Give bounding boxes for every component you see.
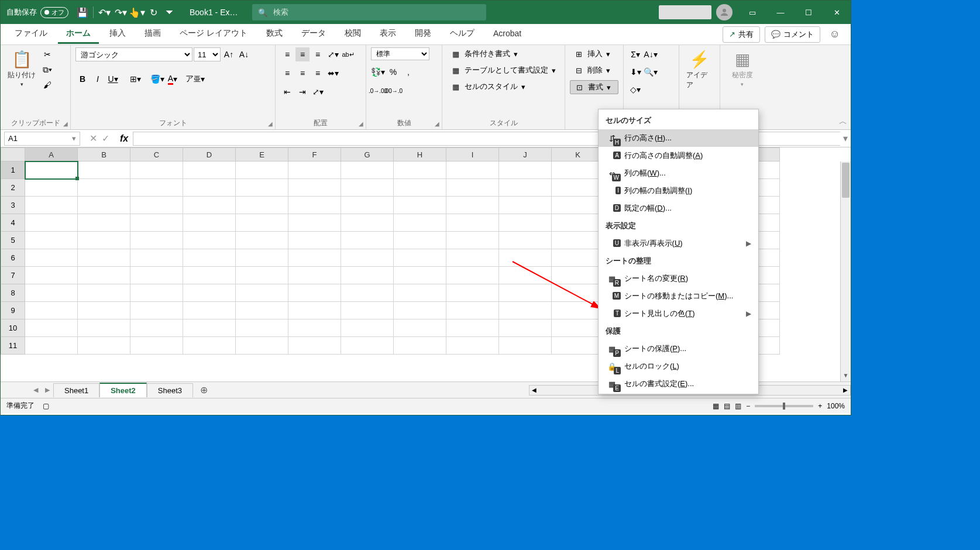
cell[interactable]: [499, 232, 552, 249]
cell[interactable]: [183, 214, 236, 232]
cell[interactable]: [394, 197, 446, 214]
avatar-icon[interactable]: [716, 4, 733, 20]
cell[interactable]: [130, 302, 183, 319]
hscroll-right-icon[interactable]: ▶: [841, 387, 850, 393]
sheet-tab[interactable]: Sheet2: [99, 383, 147, 397]
cell[interactable]: [446, 214, 499, 232]
fb-cancel-icon[interactable]: ✕: [90, 133, 97, 144]
menu-default-width[interactable]: D 既定の幅(D)...: [599, 200, 758, 217]
col-header[interactable]: H: [394, 147, 446, 161]
phonetic-icon[interactable]: ア亜▾: [188, 72, 202, 86]
col-header[interactable]: K: [552, 147, 604, 161]
cell[interactable]: [446, 302, 499, 319]
cell[interactable]: [341, 319, 394, 337]
cell[interactable]: [183, 302, 236, 319]
cell[interactable]: [499, 249, 552, 267]
ribbon-mode-icon[interactable]: ▭: [738, 1, 766, 24]
cell[interactable]: [341, 267, 394, 284]
cell[interactable]: [78, 337, 130, 355]
border-icon[interactable]: ⊞▾: [128, 72, 142, 86]
col-header[interactable]: G: [341, 147, 394, 161]
font-expand-icon[interactable]: ◢: [268, 121, 273, 127]
cell[interactable]: [288, 337, 341, 355]
maximize-button[interactable]: ☐: [795, 1, 823, 24]
sheet-tab[interactable]: Sheet3: [147, 383, 193, 397]
feedback-icon[interactable]: ☺: [825, 28, 845, 40]
cell[interactable]: [394, 284, 446, 302]
cell[interactable]: [130, 249, 183, 267]
macro-record-icon[interactable]: ▢: [43, 402, 49, 410]
zoom-in-icon[interactable]: +: [818, 402, 822, 410]
tab-view[interactable]: 表示: [372, 25, 404, 44]
format-painter-icon[interactable]: 🖌: [40, 78, 54, 92]
cell[interactable]: [552, 337, 604, 355]
tab-file[interactable]: ファイル: [6, 25, 56, 44]
cell[interactable]: [25, 161, 78, 179]
cell[interactable]: [25, 319, 78, 337]
row-header[interactable]: 2: [1, 179, 25, 197]
cell[interactable]: [341, 161, 394, 179]
find-icon[interactable]: 🔍▾: [644, 65, 658, 79]
cell[interactable]: [394, 214, 446, 232]
clear-icon[interactable]: ◇▾: [628, 82, 642, 97]
orientation-icon[interactable]: ⤢▾: [326, 47, 340, 61]
refresh-icon[interactable]: ↻: [145, 4, 161, 20]
cell[interactable]: [499, 302, 552, 319]
cell[interactable]: [236, 267, 288, 284]
col-header[interactable]: I: [446, 147, 499, 161]
cell[interactable]: [130, 337, 183, 355]
percent-icon[interactable]: %: [386, 65, 400, 79]
row-header[interactable]: 4: [1, 214, 25, 232]
cell[interactable]: [552, 179, 604, 197]
tab-review[interactable]: 校閲: [336, 25, 369, 44]
col-header[interactable]: A: [25, 147, 78, 161]
cell[interactable]: [183, 249, 236, 267]
row-header[interactable]: 9: [1, 302, 25, 319]
cell[interactable]: [499, 179, 552, 197]
row-header[interactable]: 11: [1, 337, 25, 355]
cell[interactable]: [183, 284, 236, 302]
account-name[interactable]: [659, 5, 711, 19]
number-expand-icon[interactable]: ◢: [435, 121, 439, 127]
cell[interactable]: [236, 249, 288, 267]
menu-format-cells-dialog[interactable]: ▦E セルの書式設定(E)...: [599, 375, 758, 393]
align-right-icon[interactable]: ≡: [311, 66, 325, 80]
cell[interactable]: [341, 179, 394, 197]
cell[interactable]: [130, 179, 183, 197]
font-name-select[interactable]: 游ゴシック: [75, 47, 192, 61]
minimize-button[interactable]: —: [766, 1, 795, 24]
cell[interactable]: [394, 179, 446, 197]
close-button[interactable]: ✕: [823, 1, 851, 24]
tab-acrobat[interactable]: Acrobat: [485, 25, 529, 43]
cell[interactable]: [552, 214, 604, 232]
cell[interactable]: [236, 319, 288, 337]
cell[interactable]: [394, 161, 446, 179]
cell[interactable]: [499, 161, 552, 179]
touch-icon[interactable]: 👆▾: [129, 4, 145, 20]
fill-color-icon[interactable]: 🪣▾: [150, 72, 164, 86]
redo-icon[interactable]: ↷▾: [112, 4, 129, 20]
menu-tab-color[interactable]: T シート見出しの色(T) ▶: [599, 305, 758, 322]
cell[interactable]: [552, 267, 604, 284]
col-header[interactable]: E: [236, 147, 288, 161]
cell[interactable]: [446, 284, 499, 302]
tab-home[interactable]: ホーム: [58, 25, 99, 44]
cell[interactable]: [499, 214, 552, 232]
cell[interactable]: [183, 319, 236, 337]
row-header[interactable]: 3: [1, 197, 25, 214]
cell[interactable]: [78, 267, 130, 284]
merge-icon[interactable]: ⬌▾: [326, 66, 340, 80]
cell[interactable]: [288, 179, 341, 197]
align-center-icon[interactable]: ≡: [295, 66, 310, 80]
menu-lock-cell[interactable]: 🔒L セルのロック(L): [599, 358, 758, 375]
delete-cells-button[interactable]: ⊟削除▾: [570, 64, 618, 77]
col-header[interactable]: F: [288, 147, 341, 161]
sheet-nav-prev-icon[interactable]: ◀: [30, 386, 42, 394]
cell[interactable]: [394, 249, 446, 267]
view-normal-icon[interactable]: ▦: [713, 402, 719, 410]
italic-button[interactable]: I: [91, 72, 105, 86]
select-all-corner[interactable]: [1, 147, 25, 161]
cell[interactable]: [78, 232, 130, 249]
qat-more-icon[interactable]: ⏷: [161, 4, 178, 20]
tab-developer[interactable]: 開発: [407, 25, 439, 44]
